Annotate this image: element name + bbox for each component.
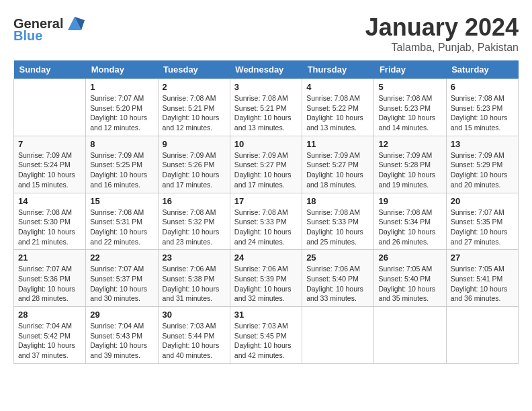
day-info: Sunrise: 7:04 AM Sunset: 5:42 PM Dayligh… <box>18 321 81 361</box>
day-number: 12 <box>378 139 441 149</box>
day-number: 23 <box>163 253 226 263</box>
day-info: Sunrise: 7:08 AM Sunset: 5:30 PM Dayligh… <box>18 208 81 247</box>
calendar-cell: 7Sunrise: 7:09 AM Sunset: 5:24 PM Daylig… <box>14 136 86 193</box>
calendar-cell: 22Sunrise: 7:07 AM Sunset: 5:37 PM Dayli… <box>86 250 158 307</box>
day-info: Sunrise: 7:09 AM Sunset: 5:27 PM Dayligh… <box>234 150 298 190</box>
day-info: Sunrise: 7:08 AM Sunset: 5:23 PM Dayligh… <box>451 93 514 133</box>
calendar-cell: 11Sunrise: 7:09 AM Sunset: 5:27 PM Dayli… <box>302 136 374 193</box>
page-header: General Blue January 2024 Talamba, Punja… <box>13 13 519 54</box>
day-info: Sunrise: 7:09 AM Sunset: 5:25 PM Dayligh… <box>90 150 153 190</box>
day-info: Sunrise: 7:08 AM Sunset: 5:21 PM Dayligh… <box>234 93 298 133</box>
calendar-cell: 14Sunrise: 7:08 AM Sunset: 5:30 PM Dayli… <box>14 193 86 250</box>
calendar-day-header: Wednesday <box>230 60 302 79</box>
calendar-cell: 12Sunrise: 7:09 AM Sunset: 5:28 PM Dayli… <box>374 136 446 193</box>
calendar-cell <box>302 307 374 364</box>
calendar-header-row: SundayMondayTuesdayWednesdayThursdayFrid… <box>14 60 519 79</box>
calendar-cell: 27Sunrise: 7:05 AM Sunset: 5:41 PM Dayli… <box>446 250 518 307</box>
day-number: 31 <box>234 310 298 320</box>
day-info: Sunrise: 7:08 AM Sunset: 5:33 PM Dayligh… <box>306 208 369 247</box>
day-info: Sunrise: 7:07 AM Sunset: 5:35 PM Dayligh… <box>451 208 514 247</box>
calendar-cell: 6Sunrise: 7:08 AM Sunset: 5:23 PM Daylig… <box>446 79 518 136</box>
day-info: Sunrise: 7:06 AM Sunset: 5:40 PM Dayligh… <box>306 264 369 304</box>
day-number: 10 <box>234 139 298 149</box>
calendar-cell: 21Sunrise: 7:07 AM Sunset: 5:36 PM Dayli… <box>14 250 86 307</box>
calendar-cell: 9Sunrise: 7:09 AM Sunset: 5:26 PM Daylig… <box>158 136 230 193</box>
calendar-week-row: 21Sunrise: 7:07 AM Sunset: 5:36 PM Dayli… <box>14 250 519 307</box>
day-number: 30 <box>163 310 226 320</box>
day-number: 13 <box>451 139 514 149</box>
day-info: Sunrise: 7:08 AM Sunset: 5:31 PM Dayligh… <box>90 208 153 247</box>
calendar-cell: 3Sunrise: 7:08 AM Sunset: 5:21 PM Daylig… <box>230 79 302 136</box>
day-info: Sunrise: 7:08 AM Sunset: 5:23 PM Dayligh… <box>378 93 441 133</box>
day-info: Sunrise: 7:03 AM Sunset: 5:45 PM Dayligh… <box>234 321 298 361</box>
day-info: Sunrise: 7:05 AM Sunset: 5:41 PM Dayligh… <box>451 264 514 304</box>
calendar-cell: 20Sunrise: 7:07 AM Sunset: 5:35 PM Dayli… <box>446 193 518 250</box>
day-number: 18 <box>306 196 369 206</box>
day-number: 16 <box>163 196 226 206</box>
day-number: 24 <box>234 253 298 263</box>
logo-icon <box>64 13 85 34</box>
calendar-week-row: 1Sunrise: 7:07 AM Sunset: 5:20 PM Daylig… <box>14 79 519 136</box>
day-info: Sunrise: 7:04 AM Sunset: 5:43 PM Dayligh… <box>90 321 153 361</box>
calendar-day-header: Thursday <box>302 60 374 79</box>
day-info: Sunrise: 7:06 AM Sunset: 5:38 PM Dayligh… <box>163 264 226 304</box>
calendar-cell: 23Sunrise: 7:06 AM Sunset: 5:38 PM Dayli… <box>158 250 230 307</box>
calendar-day-header: Saturday <box>446 60 518 79</box>
calendar-cell: 30Sunrise: 7:03 AM Sunset: 5:44 PM Dayli… <box>158 307 230 364</box>
calendar-day-header: Tuesday <box>158 60 230 79</box>
logo-blue: Blue <box>13 28 42 44</box>
location: Talamba, Punjab, Pakistan <box>365 42 519 54</box>
day-number: 5 <box>378 82 441 92</box>
calendar-cell: 8Sunrise: 7:09 AM Sunset: 5:25 PM Daylig… <box>86 136 158 193</box>
calendar-week-row: 7Sunrise: 7:09 AM Sunset: 5:24 PM Daylig… <box>14 136 519 193</box>
day-info: Sunrise: 7:09 AM Sunset: 5:24 PM Dayligh… <box>18 150 81 190</box>
day-info: Sunrise: 7:09 AM Sunset: 5:27 PM Dayligh… <box>306 150 369 190</box>
calendar-cell: 16Sunrise: 7:08 AM Sunset: 5:32 PM Dayli… <box>158 193 230 250</box>
calendar-day-header: Monday <box>86 60 158 79</box>
calendar-cell: 1Sunrise: 7:07 AM Sunset: 5:20 PM Daylig… <box>86 79 158 136</box>
day-number: 2 <box>163 82 226 92</box>
calendar-cell: 25Sunrise: 7:06 AM Sunset: 5:40 PM Dayli… <box>302 250 374 307</box>
day-info: Sunrise: 7:07 AM Sunset: 5:20 PM Dayligh… <box>90 93 153 133</box>
calendar-cell: 13Sunrise: 7:09 AM Sunset: 5:29 PM Dayli… <box>446 136 518 193</box>
day-number: 15 <box>90 196 153 206</box>
day-number: 6 <box>451 82 514 92</box>
day-info: Sunrise: 7:07 AM Sunset: 5:36 PM Dayligh… <box>18 264 81 304</box>
day-number: 9 <box>163 139 226 149</box>
calendar-cell <box>14 79 86 136</box>
calendar-day-header: Sunday <box>14 60 86 79</box>
day-info: Sunrise: 7:08 AM Sunset: 5:32 PM Dayligh… <box>163 208 226 247</box>
day-number: 1 <box>90 82 153 92</box>
day-number: 4 <box>306 82 369 92</box>
day-info: Sunrise: 7:08 AM Sunset: 5:34 PM Dayligh… <box>378 208 441 247</box>
calendar-cell: 4Sunrise: 7:08 AM Sunset: 5:22 PM Daylig… <box>302 79 374 136</box>
day-number: 26 <box>378 253 441 263</box>
day-number: 17 <box>234 196 298 206</box>
day-number: 21 <box>18 253 81 263</box>
calendar-day-header: Friday <box>374 60 446 79</box>
day-info: Sunrise: 7:03 AM Sunset: 5:44 PM Dayligh… <box>163 321 226 361</box>
calendar-cell: 29Sunrise: 7:04 AM Sunset: 5:43 PM Dayli… <box>86 307 158 364</box>
day-info: Sunrise: 7:07 AM Sunset: 5:37 PM Dayligh… <box>90 264 153 304</box>
day-number: 7 <box>18 139 81 149</box>
day-info: Sunrise: 7:06 AM Sunset: 5:39 PM Dayligh… <box>234 264 298 304</box>
calendar-cell <box>446 307 518 364</box>
calendar-cell: 17Sunrise: 7:08 AM Sunset: 5:33 PM Dayli… <box>230 193 302 250</box>
calendar-cell: 5Sunrise: 7:08 AM Sunset: 5:23 PM Daylig… <box>374 79 446 136</box>
calendar-cell: 31Sunrise: 7:03 AM Sunset: 5:45 PM Dayli… <box>230 307 302 364</box>
calendar-week-row: 14Sunrise: 7:08 AM Sunset: 5:30 PM Dayli… <box>14 193 519 250</box>
day-number: 27 <box>451 253 514 263</box>
day-number: 20 <box>451 196 514 206</box>
logo: General Blue <box>13 13 85 44</box>
calendar-cell: 2Sunrise: 7:08 AM Sunset: 5:21 PM Daylig… <box>158 79 230 136</box>
day-info: Sunrise: 7:08 AM Sunset: 5:22 PM Dayligh… <box>306 93 369 133</box>
day-number: 8 <box>90 139 153 149</box>
calendar-week-row: 28Sunrise: 7:04 AM Sunset: 5:42 PM Dayli… <box>14 307 519 364</box>
day-number: 11 <box>306 139 369 149</box>
day-number: 29 <box>90 310 153 320</box>
calendar-table: SundayMondayTuesdayWednesdayThursdayFrid… <box>13 60 519 364</box>
calendar-cell: 10Sunrise: 7:09 AM Sunset: 5:27 PM Dayli… <box>230 136 302 193</box>
day-info: Sunrise: 7:05 AM Sunset: 5:40 PM Dayligh… <box>378 264 441 304</box>
calendar-cell: 15Sunrise: 7:08 AM Sunset: 5:31 PM Dayli… <box>86 193 158 250</box>
title-block: January 2024 Talamba, Punjab, Pakistan <box>365 13 519 54</box>
